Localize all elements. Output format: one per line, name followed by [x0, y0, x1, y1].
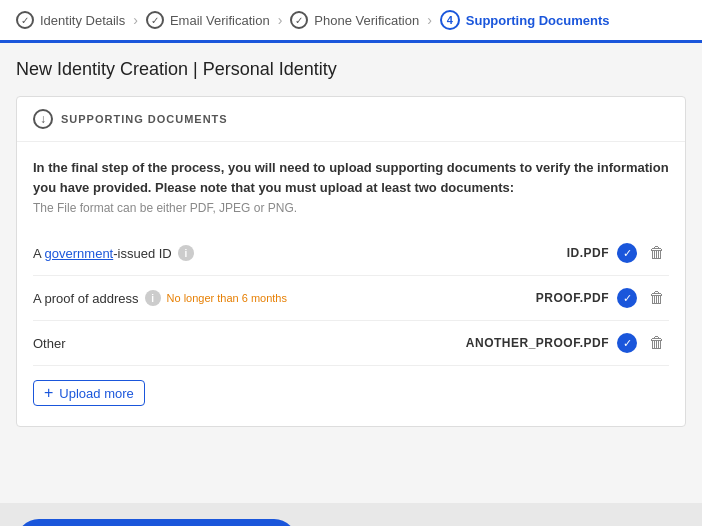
section-icon: ↓: [33, 109, 53, 129]
step-check-identity: ✓: [16, 11, 34, 29]
submit-identity-button[interactable]: Submit Identity For Review ▷: [16, 519, 297, 526]
step-arrow-1: ›: [133, 12, 138, 28]
check-icon-proof: ✓: [617, 288, 637, 308]
doc-actions-other: ANOTHER_PROOF.PDF ✓ 🗑: [466, 331, 669, 355]
info-subtext: The File format can be either PDF, JPEG …: [33, 201, 669, 215]
card-header: ↓ SUPPORTING DOCUMENTS: [17, 97, 685, 142]
step-phone-verification[interactable]: ✓ Phone Verification: [290, 11, 419, 29]
doc-label-gov-id: A government-issued ID i: [33, 245, 194, 261]
supporting-documents-card: ↓ SUPPORTING DOCUMENTS In the final step…: [16, 96, 686, 427]
step-label-email: Email Verification: [170, 13, 270, 28]
upload-more-button[interactable]: + Upload more: [33, 380, 145, 406]
doc-label-prefix: A government-issued ID: [33, 246, 172, 261]
doc-filename-proof: PROOF.PDF: [536, 291, 609, 305]
card-body: In the final step of the process, you wi…: [17, 142, 685, 426]
doc-actions-proof: PROOF.PDF ✓ 🗑: [536, 286, 669, 310]
section-label: SUPPORTING DOCUMENTS: [61, 113, 228, 125]
check-icon-other: ✓: [617, 333, 637, 353]
doc-row-gov-id: A government-issued ID i ID.PDF ✓ 🗑: [33, 231, 669, 276]
info-text-1: In the final step of the process, you wi…: [33, 158, 669, 197]
doc-label-text-other: Other: [33, 336, 66, 351]
delete-button-gov-id[interactable]: 🗑: [645, 241, 669, 265]
delete-button-other[interactable]: 🗑: [645, 331, 669, 355]
step-arrow-2: ›: [278, 12, 283, 28]
step-email-verification[interactable]: ✓ Email Verification: [146, 11, 270, 29]
upload-more-label: Upload more: [59, 386, 133, 401]
step-check-phone: ✓: [290, 11, 308, 29]
step-check-email: ✓: [146, 11, 164, 29]
doc-filename-gov-id: ID.PDF: [567, 246, 609, 260]
step-supporting-documents[interactable]: 4 Supporting Documents: [440, 10, 610, 30]
doc-label-other: Other: [33, 336, 66, 351]
info-icon-proof[interactable]: i: [145, 290, 161, 306]
stepper: ✓ Identity Details › ✓ Email Verificatio…: [0, 0, 702, 43]
delete-button-proof[interactable]: 🗑: [645, 286, 669, 310]
info-icon-gov-id[interactable]: i: [178, 245, 194, 261]
main-container: New Identity Creation | Personal Identit…: [0, 43, 702, 503]
check-icon-gov-id: ✓: [617, 243, 637, 263]
doc-label-text-proof: A proof of address: [33, 291, 139, 306]
step-label-docs: Supporting Documents: [466, 13, 610, 28]
step-arrow-3: ›: [427, 12, 432, 28]
doc-label-proof-address: A proof of address i No longer than 6 mo…: [33, 290, 287, 306]
age-note-proof: No longer than 6 months: [167, 292, 287, 304]
page-title: New Identity Creation | Personal Identit…: [16, 59, 686, 80]
step-identity-details[interactable]: ✓ Identity Details: [16, 11, 125, 29]
plus-icon: +: [44, 385, 53, 401]
doc-row-other: Other ANOTHER_PROOF.PDF ✓ 🗑: [33, 321, 669, 366]
step-label-phone: Phone Verification: [314, 13, 419, 28]
upload-more-row: + Upload more: [33, 366, 669, 410]
doc-row-proof-address: A proof of address i No longer than 6 mo…: [33, 276, 669, 321]
step-num-docs: 4: [440, 10, 460, 30]
doc-filename-other: ANOTHER_PROOF.PDF: [466, 336, 609, 350]
footer-bar: Submit Identity For Review ▷: [0, 503, 702, 526]
step-label-identity: Identity Details: [40, 13, 125, 28]
doc-actions-gov-id: ID.PDF ✓ 🗑: [567, 241, 669, 265]
